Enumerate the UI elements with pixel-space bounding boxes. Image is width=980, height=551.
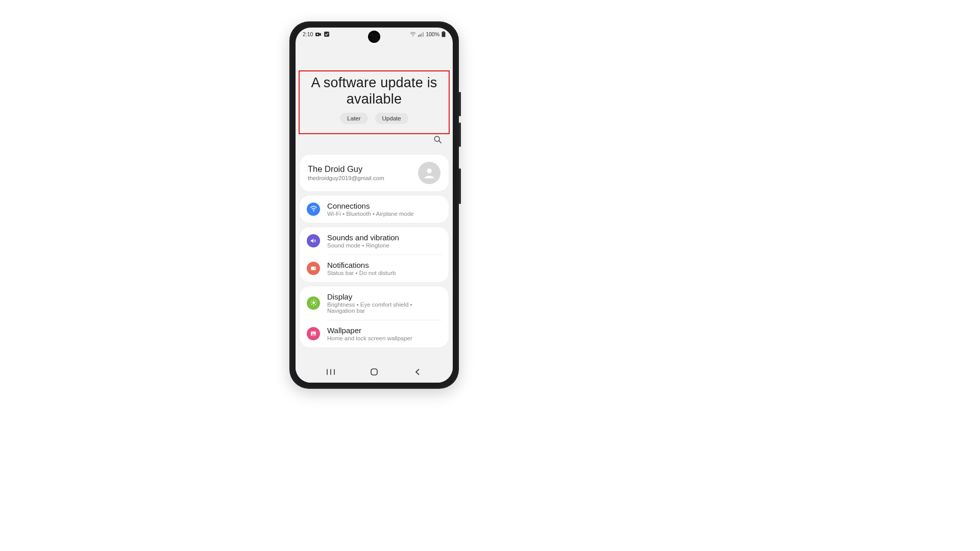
row-title: Connections — [327, 202, 414, 210]
status-left: 2:10 — [303, 31, 329, 37]
row-title: Display — [327, 292, 442, 301]
svg-point-12 — [427, 168, 431, 173]
svg-rect-8 — [443, 31, 445, 32]
account-name: The Droid Guy — [308, 164, 384, 174]
svg-line-21 — [311, 301, 312, 302]
volume-up-button[interactable] — [459, 92, 461, 116]
status-clock: 2:10 — [303, 31, 313, 37]
sounds-notifs-card: Sounds and vibration Sound mode • Ringto… — [300, 227, 449, 282]
home-icon — [370, 368, 378, 378]
row-title: Sounds and vibration — [327, 233, 399, 242]
back-button[interactable] — [402, 365, 433, 380]
svg-point-1 — [317, 34, 318, 35]
settings-row-notifications[interactable]: Notifications Status bar • Do not distur… — [300, 255, 449, 282]
row-subtitle: Wi-Fi • Bluetooth • Airplane mode — [327, 211, 414, 217]
wifi-circle-icon — [307, 203, 320, 216]
svg-line-11 — [439, 141, 441, 143]
navigation-bar — [296, 362, 453, 383]
svg-point-13 — [313, 211, 314, 212]
brightness-icon — [307, 296, 320, 310]
settings-row-display[interactable]: Display Brightness • Eye comfort shield … — [300, 286, 449, 320]
notification-icon — [307, 262, 320, 275]
svg-rect-6 — [421, 33, 422, 37]
phone-screen: 2:10 100% — [296, 28, 453, 383]
settings-row-connections[interactable]: Connections Wi-Fi • Bluetooth • Airplane… — [300, 195, 449, 223]
status-right: 100% — [410, 31, 446, 37]
svg-rect-2 — [324, 32, 329, 37]
volume-down-button[interactable] — [459, 122, 461, 147]
front-camera — [368, 31, 380, 43]
battery-percent: 100% — [426, 31, 439, 37]
svg-rect-9 — [442, 32, 446, 37]
row-subtitle: Brightness • Eye comfort shield • Naviga… — [327, 302, 442, 314]
display-wallpaper-card: Display Brightness • Eye comfort shield … — [300, 286, 449, 347]
check-icon — [324, 32, 329, 37]
row-subtitle: Home and lock screen wallpaper — [327, 335, 412, 341]
account-card[interactable]: The Droid Guy thedroidguy2019@gmail.com — [300, 155, 449, 191]
camera-indicator-icon — [315, 32, 322, 37]
row-title: Notifications — [327, 261, 396, 269]
svg-line-23 — [311, 305, 312, 305]
svg-line-22 — [315, 305, 315, 305]
search-button[interactable] — [430, 133, 445, 147]
svg-rect-5 — [420, 34, 421, 37]
battery-icon — [442, 31, 446, 37]
power-button[interactable] — [459, 168, 461, 204]
row-subtitle: Sound mode • Ringtone — [327, 242, 399, 248]
svg-point-15 — [314, 267, 315, 268]
svg-point-16 — [312, 302, 315, 304]
search-icon — [433, 135, 442, 145]
svg-line-24 — [315, 301, 315, 302]
search-row — [296, 129, 453, 151]
svg-rect-30 — [371, 369, 377, 375]
recents-icon — [326, 368, 335, 377]
account-email: thedroidguy2019@gmail.com — [308, 175, 384, 181]
row-subtitle: Status bar • Do not disturb — [327, 270, 396, 276]
svg-rect-4 — [418, 35, 419, 37]
connections-card: Connections Wi-Fi • Bluetooth • Airplane… — [300, 195, 449, 223]
stage: 2:10 100% — [0, 0, 980, 551]
home-button[interactable] — [359, 365, 389, 380]
settings-row-sounds[interactable]: Sounds and vibration Sound mode • Ringto… — [300, 227, 449, 255]
svg-point-3 — [412, 35, 413, 36]
settings-content: The Droid Guy thedroidguy2019@gmail.com — [296, 155, 453, 347]
later-button[interactable]: Later — [340, 113, 368, 124]
svg-point-26 — [312, 332, 313, 333]
wifi-icon — [410, 32, 416, 37]
speaker-icon — [307, 234, 320, 247]
update-card: A software update is available Later Upd… — [299, 71, 450, 129]
signal-icon — [418, 32, 424, 37]
back-icon — [414, 368, 421, 377]
update-title: A software update is available — [299, 71, 450, 113]
avatar-icon — [418, 162, 440, 184]
phone-frame: 2:10 100% — [289, 21, 459, 389]
recents-button[interactable] — [315, 365, 346, 380]
svg-rect-7 — [423, 32, 424, 37]
settings-row-wallpaper[interactable]: Wallpaper Home and lock screen wallpaper — [300, 320, 449, 347]
image-icon — [307, 327, 320, 340]
update-button[interactable]: Update — [375, 113, 408, 124]
update-actions: Later Update — [299, 113, 450, 129]
row-title: Wallpaper — [327, 326, 412, 335]
